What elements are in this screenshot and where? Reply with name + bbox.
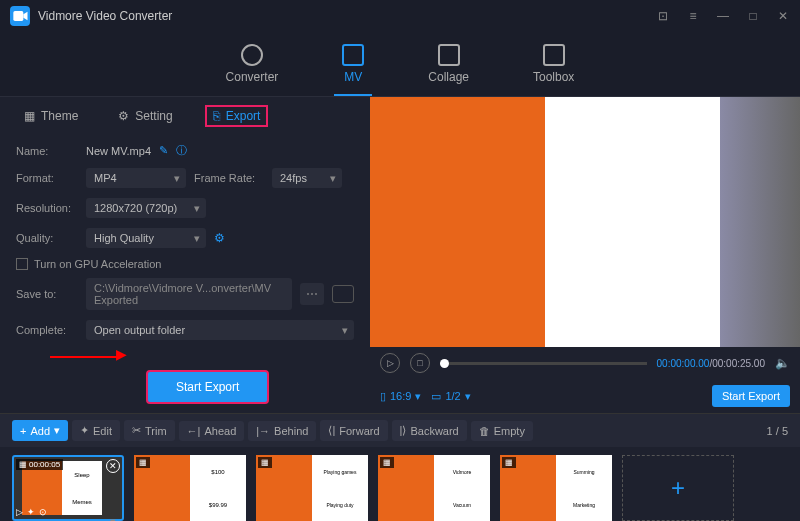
- format-select[interactable]: MP4: [86, 168, 186, 188]
- btn-label: Ahead: [204, 425, 236, 437]
- forward-icon: ⟨|: [328, 424, 335, 437]
- scissors-icon: ✂: [132, 424, 141, 437]
- framerate-select[interactable]: 24fps: [272, 168, 342, 188]
- image-badge: ▦: [136, 457, 150, 468]
- trim-button[interactable]: ✂Trim: [124, 420, 175, 441]
- nav-converter[interactable]: Converter: [218, 40, 287, 96]
- thumbnail-item[interactable]: SummingMarketing ▦: [500, 455, 612, 521]
- open-folder-icon[interactable]: [332, 285, 354, 303]
- format-label: Format:: [16, 172, 78, 184]
- nav-mv[interactable]: MV: [334, 40, 372, 96]
- clip-count: 1 / 5: [767, 425, 788, 437]
- preview-panel: ▷ □ 00:00:00.00/00:00:25.00 🔈 ▯16:9▾ ▭1/…: [370, 97, 800, 413]
- trim-icon[interactable]: ⊙: [39, 507, 47, 517]
- saveto-path: C:\Vidmore\Vidmore V...onverter\MV Expor…: [86, 278, 292, 310]
- empty-button[interactable]: 🗑Empty: [471, 421, 533, 441]
- gpu-label: Turn on GPU Acceleration: [34, 258, 161, 270]
- complete-select[interactable]: Open output folder: [86, 320, 354, 340]
- remove-thumb-icon[interactable]: ✕: [106, 459, 120, 473]
- feedback-icon[interactable]: ⊡: [656, 9, 670, 23]
- app-title: Vidmore Video Converter: [38, 9, 656, 23]
- tab-label: Setting: [135, 109, 172, 123]
- mv-icon: [342, 44, 364, 66]
- tab-export[interactable]: ⎘Export: [205, 105, 269, 127]
- preview-blur: [720, 97, 800, 347]
- meme-cell: [545, 222, 720, 347]
- nav-label: Toolbox: [533, 70, 574, 84]
- start-export-button[interactable]: Start Export: [146, 370, 269, 404]
- name-value: New MV.mp4: [86, 145, 151, 157]
- name-label: Name:: [16, 145, 78, 157]
- edit-icon[interactable]: ✦: [27, 507, 35, 517]
- volume-icon[interactable]: 🔈: [775, 356, 790, 370]
- tab-label: Export: [226, 109, 261, 123]
- settings-gear-icon[interactable]: ⚙: [214, 231, 228, 245]
- gpu-checkbox[interactable]: Turn on GPU Acceleration: [16, 258, 354, 270]
- framerate-label: Frame Rate:: [194, 172, 264, 184]
- gear-icon: ⚙: [118, 109, 129, 123]
- minimize-button[interactable]: —: [716, 9, 730, 23]
- resolution-label: Resolution:: [16, 202, 78, 214]
- stop-button[interactable]: □: [410, 353, 430, 373]
- chevron-down-icon: ▾: [465, 390, 471, 403]
- meme-cell: [370, 222, 545, 347]
- chevron-down-icon: ▾: [415, 390, 421, 403]
- nav-collage[interactable]: Collage: [420, 40, 477, 96]
- theme-icon: ▦: [24, 109, 35, 123]
- menu-icon[interactable]: ≡: [686, 9, 700, 23]
- star-icon: ✦: [80, 424, 89, 437]
- btn-label: Backward: [410, 425, 458, 437]
- thumbnail-item[interactable]: VidmoreVacuum ▦: [378, 455, 490, 521]
- maximize-button[interactable]: □: [746, 9, 760, 23]
- aspect-icon: ▯: [380, 390, 386, 403]
- start-export-button-small[interactable]: Start Export: [712, 385, 790, 407]
- left-panel: ▦Theme ⚙Setting ⎘Export Name: New MV.mp4…: [0, 97, 370, 413]
- thumbnail-item[interactable]: Playing gamesPlaying duty ▦: [256, 455, 368, 521]
- tab-theme[interactable]: ▦Theme: [16, 105, 86, 127]
- meme-cell: [370, 97, 545, 222]
- nav-label: MV: [344, 70, 362, 84]
- browse-button[interactable]: ⋯: [300, 283, 324, 305]
- nav-toolbox[interactable]: Toolbox: [525, 40, 582, 96]
- thumbnail-item[interactable]: $100$99.99 ▦: [134, 455, 246, 521]
- tab-setting[interactable]: ⚙Setting: [110, 105, 180, 127]
- behind-icon: |→: [256, 425, 270, 437]
- titlebar: Vidmore Video Converter ⊡ ≡ — □ ✕: [0, 0, 800, 32]
- time-current: 00:00:00.00: [657, 358, 710, 369]
- play-button[interactable]: ▷: [380, 353, 400, 373]
- play-icon[interactable]: ▷: [16, 507, 23, 517]
- info-icon[interactable]: ⓘ: [176, 143, 187, 158]
- export-icon: ⎘: [213, 109, 220, 123]
- duration-text: 00:00:05: [29, 460, 60, 469]
- pages-control[interactable]: ▭1/2▾: [431, 390, 470, 403]
- aspect-value: 16:9: [390, 390, 411, 402]
- aspect-control[interactable]: ▯16:9▾: [380, 390, 421, 403]
- thumbnail-item[interactable]: SleepMemes ▦00:00:05 ✕ ▷✦⊙: [12, 455, 124, 521]
- ahead-icon: ←|: [187, 425, 201, 437]
- backward-button[interactable]: |⟩Backward: [392, 420, 467, 441]
- quality-label: Quality:: [16, 232, 78, 244]
- quality-select[interactable]: High Quality: [86, 228, 206, 248]
- timeline-slider[interactable]: [440, 362, 647, 365]
- converter-icon: [241, 44, 263, 66]
- trash-icon: 🗑: [479, 425, 490, 437]
- image-badge: ▦: [380, 457, 394, 468]
- forward-button[interactable]: ⟨|Forward: [320, 420, 387, 441]
- edit-name-icon[interactable]: ✎: [159, 144, 168, 157]
- btn-label: Empty: [494, 425, 525, 437]
- meme-cell: [545, 97, 720, 222]
- close-button[interactable]: ✕: [776, 9, 790, 23]
- clip-toolbar: +Add▾ ✦Edit ✂Trim ←|Ahead |→Behind ⟨|For…: [0, 413, 800, 447]
- add-button[interactable]: +Add▾: [12, 420, 68, 441]
- toolbox-icon: [543, 44, 565, 66]
- resolution-select[interactable]: 1280x720 (720p): [86, 198, 206, 218]
- tab-label: Theme: [41, 109, 78, 123]
- backward-icon: |⟩: [400, 424, 407, 437]
- svg-rect-0: [13, 11, 23, 21]
- screen-icon: ▭: [431, 390, 441, 403]
- add-thumbnail-button[interactable]: +: [622, 455, 734, 521]
- ahead-button[interactable]: ←|Ahead: [179, 421, 245, 441]
- edit-button[interactable]: ✦Edit: [72, 420, 120, 441]
- behind-button[interactable]: |→Behind: [248, 421, 316, 441]
- image-badge: ▦: [258, 457, 272, 468]
